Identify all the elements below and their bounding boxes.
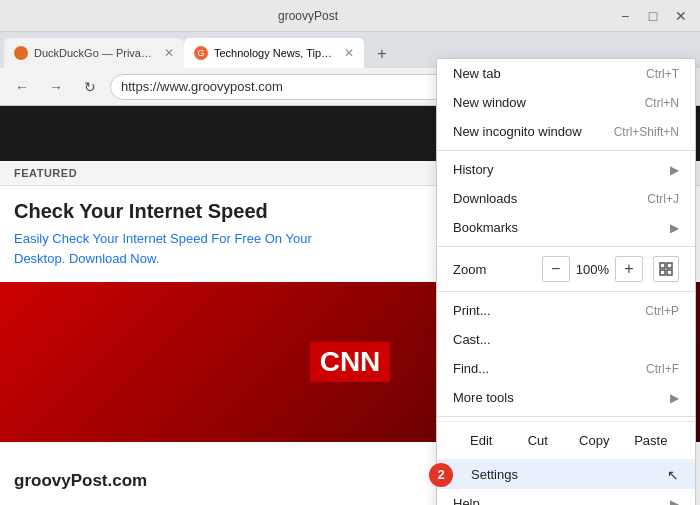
minimize-button[interactable]: − bbox=[614, 5, 636, 27]
zoom-value: 100% bbox=[570, 262, 615, 277]
menu-item-bookmarks[interactable]: Bookmarks ▶ bbox=[437, 213, 695, 242]
zoom-row: Zoom − 100% + bbox=[437, 251, 695, 287]
menu-item-print[interactable]: Print... Ctrl+P bbox=[437, 296, 695, 325]
cnn-logo: CNN bbox=[310, 342, 391, 382]
tab-close-duckduckgo[interactable]: ✕ bbox=[164, 46, 174, 60]
page-footer-text: groovyPost.com bbox=[14, 471, 147, 491]
edit-row: Edit Cut Copy Paste bbox=[437, 421, 695, 460]
menu-item-settings[interactable]: 2 Settings ↖ bbox=[437, 460, 695, 489]
svg-rect-0 bbox=[660, 263, 665, 268]
menu-item-history[interactable]: History ▶ bbox=[437, 155, 695, 184]
forward-button[interactable]: → bbox=[42, 73, 70, 101]
tab-duckduckgo[interactable]: DuckDuckGo — Privacy... ✕ bbox=[4, 38, 184, 68]
svg-rect-3 bbox=[667, 270, 672, 275]
tab-favicon-duckduckgo bbox=[14, 46, 28, 60]
tab-close-groovy[interactable]: ✕ bbox=[344, 46, 354, 60]
svg-rect-2 bbox=[660, 270, 665, 275]
back-button[interactable]: ← bbox=[8, 73, 36, 101]
paste-button[interactable]: Paste bbox=[623, 428, 680, 453]
menu-item-new-window[interactable]: New window Ctrl+N bbox=[437, 88, 695, 117]
menu-item-find[interactable]: Find... Ctrl+F bbox=[437, 354, 695, 383]
edit-button[interactable]: Edit bbox=[453, 428, 510, 453]
menu-item-new-incognito[interactable]: New incognito window Ctrl+Shift+N bbox=[437, 117, 695, 146]
separator-2 bbox=[437, 246, 695, 247]
menu-item-new-tab[interactable]: New tab Ctrl+T bbox=[437, 59, 695, 88]
copy-button[interactable]: Copy bbox=[566, 428, 623, 453]
svg-rect-1 bbox=[667, 263, 672, 268]
reload-button[interactable]: ↻ bbox=[76, 73, 104, 101]
tab-title-groovy: Technology News, Tips, R... bbox=[214, 47, 334, 59]
cursor-icon: ↖ bbox=[667, 467, 679, 483]
separator-1 bbox=[437, 150, 695, 151]
zoom-out-button[interactable]: − bbox=[542, 256, 570, 282]
new-tab-button[interactable]: + bbox=[368, 40, 396, 68]
tab-favicon-groovy: G bbox=[194, 46, 208, 60]
menu-item-more-tools[interactable]: More tools ▶ bbox=[437, 383, 695, 412]
cut-button[interactable]: Cut bbox=[510, 428, 567, 453]
menu-badge-2: 2 bbox=[429, 463, 453, 487]
url-text: https://www.groovypost.com bbox=[121, 79, 283, 94]
close-button[interactable]: ✕ bbox=[670, 5, 692, 27]
menu-item-downloads[interactable]: Downloads Ctrl+J bbox=[437, 184, 695, 213]
fullscreen-button[interactable] bbox=[653, 256, 679, 282]
zoom-in-button[interactable]: + bbox=[615, 256, 643, 282]
title-bar-title: groovyPost bbox=[8, 9, 608, 23]
menu-item-cast[interactable]: Cast... bbox=[437, 325, 695, 354]
separator-4 bbox=[437, 416, 695, 417]
tab-title-duckduckgo: DuckDuckGo — Privacy... bbox=[34, 47, 154, 59]
tab-groovypost[interactable]: G Technology News, Tips, R... ✕ bbox=[184, 38, 364, 68]
title-bar: groovyPost − □ ✕ bbox=[0, 0, 700, 32]
context-menu: New tab Ctrl+T New window Ctrl+N New inc… bbox=[436, 58, 696, 505]
separator-3 bbox=[437, 291, 695, 292]
menu-item-help[interactable]: Help ▶ bbox=[437, 489, 695, 505]
maximize-button[interactable]: □ bbox=[642, 5, 664, 27]
